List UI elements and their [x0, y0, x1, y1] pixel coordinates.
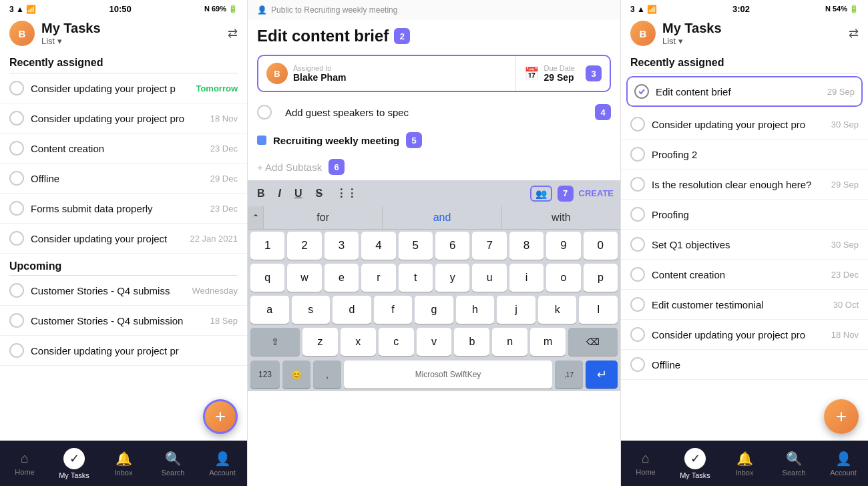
key-n[interactable]: n — [492, 328, 527, 356]
key-u[interactable]: u — [472, 264, 506, 292]
right-nav-mytasks[interactable]: ✓ My Tasks — [670, 441, 720, 486]
right-task-10[interactable]: Offline — [621, 350, 868, 380]
right-filter-button[interactable]: ⇄ — [849, 26, 859, 41]
key-9[interactable]: 9 — [546, 232, 580, 260]
center-assignee-block[interactable]: B Assigned to Blake Pham — [258, 56, 515, 91]
right-task-5-circle[interactable] — [630, 207, 645, 222]
center-italic-button[interactable]: I — [276, 185, 284, 202]
key-comma[interactable]: , — [313, 360, 341, 389]
center-list-button[interactable]: ⋮⋮ — [333, 184, 360, 202]
right-task-selected[interactable]: Edit content brief 29 Sep — [626, 76, 863, 107]
key-f[interactable]: f — [374, 296, 413, 324]
key-q[interactable]: q — [250, 264, 284, 292]
key-c[interactable]: c — [379, 328, 414, 356]
key-a[interactable]: a — [250, 296, 289, 324]
left-upcoming-2-circle[interactable] — [9, 313, 24, 328]
left-nav-search[interactable]: 🔍 Search — [148, 441, 198, 486]
right-nav-inbox[interactable]: 🔔 Inbox — [720, 441, 769, 486]
key-8[interactable]: 8 — [509, 232, 544, 260]
key-7[interactable]: 7 — [472, 232, 506, 260]
center-assignee-due-row[interactable]: B Assigned to Blake Pham 📅 Due Date 29 S… — [257, 55, 611, 92]
key-v[interactable]: v — [417, 328, 452, 356]
center-subtask-row[interactable]: Add guest speakers to spec 4 — [248, 97, 620, 127]
left-nav-mytasks[interactable]: ✓ My Tasks — [49, 441, 99, 486]
right-task-10-circle[interactable] — [630, 357, 645, 372]
right-nav-account[interactable]: 👤 Account — [819, 441, 868, 486]
right-nav-home[interactable]: ⌂ Home — [621, 441, 670, 486]
key-j[interactable]: j — [497, 296, 535, 324]
center-due-block[interactable]: 📅 Due Date 29 Sep 3 — [515, 56, 610, 91]
left-upcoming-2[interactable]: Customer Stories - Q4 submission 18 Sep — [0, 306, 247, 336]
right-task-sel-circle[interactable] — [634, 84, 649, 99]
key-o[interactable]: o — [546, 264, 580, 292]
key-5[interactable]: 5 — [399, 232, 433, 260]
key-k[interactable]: k — [538, 296, 577, 324]
left-task-3[interactable]: Content creation 23 Dec — [0, 134, 247, 164]
center-strikethrough-button[interactable]: S — [313, 185, 326, 202]
center-bold-button[interactable]: B — [254, 185, 268, 202]
left-upcoming-1-circle[interactable] — [9, 283, 24, 298]
key-shift[interactable]: ⇧ — [250, 328, 300, 356]
left-task-6-circle[interactable] — [9, 231, 24, 246]
key-d[interactable]: d — [333, 296, 371, 324]
right-task-9[interactable]: Consider updating your project pro 18 No… — [621, 320, 868, 350]
key-4[interactable]: 4 — [361, 232, 395, 260]
key-1[interactable]: 1 — [250, 232, 284, 260]
left-task-1[interactable]: Consider updating your project p Tomorro… — [0, 73, 247, 103]
right-task-9-circle[interactable] — [630, 327, 645, 342]
right-task-3[interactable]: Proofing 2 — [621, 140, 868, 170]
left-task-1-circle[interactable] — [9, 81, 24, 95]
center-mention-button[interactable]: 👥 — [530, 186, 552, 202]
right-task-5[interactable]: Proofing — [621, 200, 868, 230]
center-suggest-for[interactable]: for — [264, 206, 383, 229]
right-nav-search[interactable]: 🔍 Search — [769, 441, 819, 486]
key-period[interactable]: ,17 — [555, 360, 583, 389]
left-task-4[interactable]: Offline 29 Dec — [0, 164, 247, 194]
left-task-5[interactable]: Forms submit data properly 23 Dec — [0, 194, 247, 224]
key-m[interactable]: m — [530, 328, 566, 356]
left-upcoming-1[interactable]: Customer Stories - Q4 submiss Wednesday — [0, 276, 247, 306]
center-suggest-with[interactable]: with — [502, 206, 620, 229]
key-l[interactable]: l — [579, 296, 618, 324]
center-word-suggestions[interactable]: ⌃ for and with — [248, 206, 620, 230]
left-upcoming-3-circle[interactable] — [9, 343, 24, 358]
right-fab-button[interactable]: + — [824, 399, 859, 434]
left-upcoming-3[interactable]: Consider updating your project pr — [0, 336, 247, 366]
key-0[interactable]: 0 — [584, 232, 618, 260]
left-task-4-circle[interactable] — [9, 171, 24, 186]
key-3[interactable]: 3 — [324, 232, 359, 260]
key-6[interactable]: 6 — [435, 232, 469, 260]
left-task-5-circle[interactable] — [9, 201, 24, 216]
right-task-2[interactable]: Consider updating your project pro 30 Se… — [621, 109, 868, 140]
right-task-4[interactable]: Is the resolution clear enough here? 29 … — [621, 170, 868, 200]
center-create-button[interactable]: CREATE — [579, 188, 614, 198]
key-2[interactable]: 2 — [287, 232, 321, 260]
right-task-7-circle[interactable] — [630, 267, 645, 282]
center-add-subtask[interactable]: + Add Subtask 6 — [248, 154, 620, 180]
key-return[interactable]: ↵ — [586, 360, 618, 389]
right-task-2-circle[interactable] — [630, 117, 645, 132]
left-task-3-circle[interactable] — [9, 141, 24, 156]
key-w[interactable]: w — [287, 264, 321, 292]
key-s[interactable]: s — [292, 296, 331, 324]
right-task-3-circle[interactable] — [630, 147, 645, 162]
key-e[interactable]: e — [324, 264, 359, 292]
left-task-2-circle[interactable] — [9, 111, 24, 126]
key-t[interactable]: t — [399, 264, 433, 292]
center-suggest-and[interactable]: and — [383, 206, 501, 229]
left-nav-home[interactable]: ⌂ Home — [0, 441, 49, 486]
key-b[interactable]: b — [454, 328, 489, 356]
right-task-6[interactable]: Set Q1 objectives 30 Sep — [621, 230, 868, 260]
key-z[interactable]: z — [302, 328, 338, 356]
key-space[interactable]: Microsoft SwiftKey — [344, 360, 552, 389]
center-underline-button[interactable]: U — [292, 185, 305, 202]
left-nav-account[interactable]: 👤 Account — [198, 441, 247, 486]
key-p[interactable]: p — [584, 264, 618, 292]
center-subtask-circle[interactable] — [257, 105, 272, 119]
key-x[interactable]: x — [341, 328, 376, 356]
left-filter-button[interactable]: ⇄ — [228, 26, 238, 41]
key-123[interactable]: 123 — [250, 360, 280, 389]
right-task-8[interactable]: Edit customer testimonial 30 Oct — [621, 290, 868, 320]
key-y[interactable]: y — [435, 264, 469, 292]
key-backspace[interactable]: ⌫ — [568, 328, 618, 356]
